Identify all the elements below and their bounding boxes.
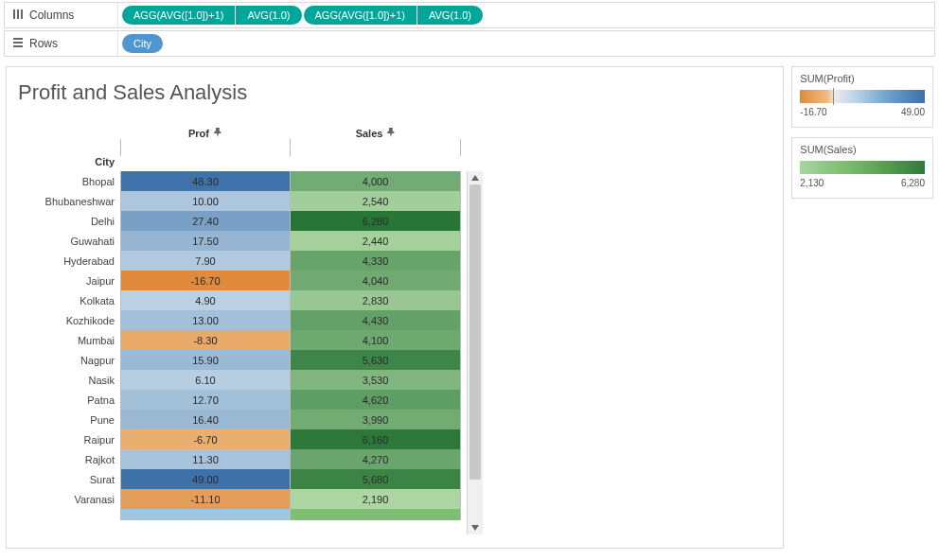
row-label[interactable]: Bhubaneshwar [7,196,120,207]
svg-rect-2 [21,9,23,19]
table-row: Rajkot11.304,270 [7,449,461,469]
row-label[interactable]: Patna [7,394,120,406]
pill[interactable]: AVG(1.0) [235,6,301,25]
sales-cell[interactable]: 2,540 [291,191,461,211]
viz-title: Profit and Sales Analysis [7,67,783,120]
column-headers: Prof Sales [7,120,783,139]
table-row: Patna12.704,620 [7,390,461,410]
profit-cell[interactable]: -16.70 [120,271,291,290]
sales-cell[interactable]: 2,830 [291,290,461,310]
sales-cell[interactable]: 6,160 [291,429,461,449]
sales-cell[interactable]: 4,100 [291,330,461,350]
row-label[interactable]: Kolkata [7,295,120,306]
table-row: Jaipur-16.704,040 [7,271,461,290]
row-label[interactable]: Raipur [7,434,120,446]
row-label[interactable]: Guwahati [7,236,120,247]
profit-cell[interactable]: -6.70 [120,429,291,449]
profit-cell[interactable]: 10.00 [120,191,291,211]
row-label[interactable]: Hyderabad [7,255,120,267]
sales-cell[interactable]: 4,430 [291,310,461,330]
profit-cell[interactable]: 17.50 [120,231,291,251]
scrollbar[interactable] [467,184,483,521]
sales-cell[interactable]: 4,000 [291,171,461,191]
data-table: Bhopal48.304,000Bhubaneshwar10.002,540De… [7,171,461,536]
profit-cell[interactable]: -8.30 [120,330,291,350]
columns-shelf-label: Columns [5,3,118,27]
profit-cell[interactable]: 27.40 [120,211,291,231]
sales-cell[interactable]: 4,270 [291,449,461,469]
sales-cell[interactable]: 4,330 [291,251,461,271]
table-row: Bhubaneshwar10.002,540 [7,191,461,211]
rows-pill-area[interactable]: City [118,31,934,56]
row-label[interactable]: Rajkot [7,454,120,465]
pill[interactable]: City [122,34,163,53]
legend-profit-min: -16.70 [800,107,826,117]
row-label[interactable]: Surat [7,474,120,485]
svg-rect-5 [13,45,23,47]
profit-cell[interactable]: 15.90 [120,350,291,370]
scroll-down-button[interactable] [467,521,483,534]
row-header-label[interactable]: City [7,156,120,171]
profit-cell[interactable]: 16.40 [120,410,291,429]
sales-cell[interactable]: 6,280 [291,211,461,231]
table-row-partial [7,509,461,520]
svg-rect-0 [13,9,15,19]
rows-shelf[interactable]: Rows City [4,30,935,57]
viz-panel: Profit and Sales Analysis Prof Sales [6,66,784,549]
legend-sales-min: 2,130 [800,178,824,188]
sales-cell[interactable]: 4,620 [291,390,461,410]
sales-cell[interactable]: 2,190 [291,489,461,509]
sales-cell[interactable]: 5,630 [291,350,461,370]
legend-sales[interactable]: SUM(Sales) 2,130 6,280 [791,137,933,199]
sales-cell[interactable]: 5,680 [291,469,461,489]
table-row: Hyderabad7.904,330 [7,251,461,271]
columns-icon [12,9,24,23]
legend-panel: SUM(Profit) -16.70 49.00 SUM(Sales) 2,13… [791,66,933,549]
sales-cell[interactable]: 3,530 [291,370,461,390]
col-header-profit[interactable]: Prof [120,128,291,139]
row-label[interactable]: Jaipur [7,275,120,287]
scrollbar-thumb[interactable] [470,184,481,480]
sales-cell[interactable]: 3,990 [291,410,461,429]
pill[interactable]: AVG(1.0) [416,6,483,25]
scroll-up-button[interactable] [467,171,483,184]
svg-rect-3 [13,38,23,40]
columns-shelf[interactable]: Columns AGG(AVG([1.0])+1)AVG(1.0)AGG(AVG… [4,2,935,28]
legend-sales-title: SUM(Sales) [800,144,925,155]
table-row: Nasik6.103,530 [7,370,461,390]
row-label[interactable]: Bhopal [7,176,120,187]
row-label[interactable]: Pune [7,414,120,426]
table-row: Mumbai-8.304,100 [7,330,461,350]
table-row: Delhi27.406,280 [7,211,461,231]
row-label[interactable]: Nasik [7,375,120,386]
sales-cell[interactable]: 2,440 [291,231,461,251]
pill[interactable]: AGG(AVG([1.0])+1) [304,6,416,25]
col-header-sales[interactable]: Sales [291,128,461,139]
table-row: Surat49.005,680 [7,469,461,489]
profit-cell[interactable]: -11.10 [120,489,291,509]
row-label[interactable]: Mumbai [7,335,120,346]
profit-cell[interactable]: 6.10 [120,370,291,390]
pin-icon [213,128,222,139]
row-label[interactable]: Kozhikode [7,315,120,326]
row-label[interactable]: Varanasi [7,494,120,505]
profit-cell[interactable]: 49.00 [120,469,291,489]
sales-cell[interactable]: 4,040 [291,271,461,290]
table-row: Guwahati17.502,440 [7,231,461,251]
profit-cell[interactable]: 48.30 [120,171,291,191]
legend-sales-max: 6,280 [901,178,925,188]
row-label[interactable]: Nagpur [7,355,120,366]
columns-pill-area[interactable]: AGG(AVG([1.0])+1)AVG(1.0)AGG(AVG([1.0])+… [118,3,934,27]
table-row: Raipur-6.706,160 [7,429,461,449]
svg-rect-4 [13,42,23,44]
legend-profit[interactable]: SUM(Profit) -16.70 49.00 [791,66,933,128]
pill[interactable]: AGG(AVG([1.0])+1) [122,6,235,25]
profit-cell[interactable]: 7.90 [120,251,291,271]
table-row: Kolkata4.902,830 [7,290,461,310]
profit-cell[interactable]: 4.90 [120,290,291,310]
profit-cell[interactable]: 11.30 [120,449,291,469]
rows-shelf-label: Rows [5,31,118,56]
row-label[interactable]: Delhi [7,216,120,227]
profit-cell[interactable]: 13.00 [120,310,291,330]
profit-cell[interactable]: 12.70 [120,390,291,410]
